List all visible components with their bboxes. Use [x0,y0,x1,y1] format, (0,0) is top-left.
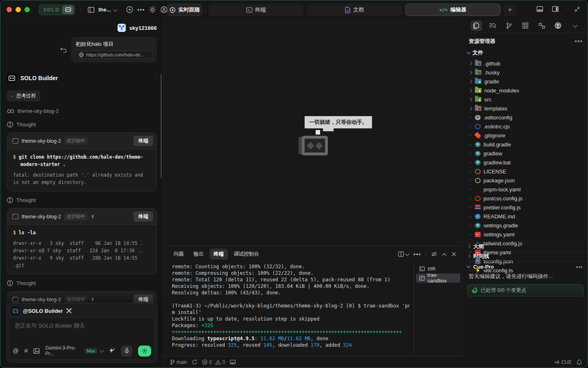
tab-label: 编辑器 [450,6,466,13]
project-switcher[interactable]: the... [98,7,116,13]
tab-editor[interactable]: </> 编辑器 [405,4,501,16]
settings-gear-icon[interactable] [147,4,158,15]
panel-settings-icon[interactable] [431,251,437,257]
cue-pro-header[interactable]: Cue-Pro ••• [462,261,588,272]
undo-icon[interactable] [60,47,67,53]
notifications-bell-icon[interactable] [577,359,582,365]
user-row: sky121666 [7,24,157,32]
tab-docs[interactable]: 文档 [307,4,402,16]
more-options-icon[interactable]: ••• [135,4,147,15]
open-terminal-button[interactable]: 终端 [134,211,153,222]
maximize-panel-icon[interactable] [442,253,447,256]
terminal-line: m install' [172,309,410,316]
user-message-card[interactable]: 初始化halo 项目 https://github.com/halo-de... [71,37,157,63]
thought-row[interactable]: Thought [7,121,157,128]
voice-record-button[interactable] [138,346,151,357]
tree-item-prettier.config.js[interactable]: prettier.config.js [462,203,588,212]
branch-name: main [176,359,187,365]
section-outline[interactable]: 大纲 [462,241,588,251]
close-window-button[interactable] [7,7,12,12]
thinking-process-toggle[interactable]: › 思考过程 [7,90,40,101]
collapse-window-icon[interactable] [571,4,583,14]
session-trae-sandbox[interactable]: trae-sandbox [416,274,460,283]
chevron-down-icon[interactable] [569,20,580,31]
tree-item-.eslintrc.cjs[interactable]: .eslintrc.cjs [462,122,588,131]
source-control-icon[interactable] [503,20,515,31]
repo-link-row[interactable]: theme-sky-blog-2 [7,108,157,114]
model-selector[interactable]: Gemini-3-Pro-Pr... Max [45,345,103,357]
tab-output[interactable]: 输出 [189,249,208,260]
new-chat-icon[interactable] [124,4,135,15]
layout-panel-icon[interactable] [85,4,97,15]
tree-item-LICENSE[interactable]: LICENSE [462,167,588,176]
mic-button[interactable] [121,346,133,357]
open-terminal-button[interactable]: 终端 [134,136,153,146]
section-timeline[interactable]: 时间线 [462,251,588,261]
add-tab-button[interactable]: + [503,4,517,16]
git-branch-status[interactable]: main [170,359,187,365]
tree-item-.github[interactable]: .github [462,59,588,68]
panel-more-icon[interactable]: ••• [413,251,421,258]
tree-item-gradlew.bat[interactable]: Ggradlew.bat [462,158,588,167]
code-icon: </> [439,7,448,13]
tree-item-pnpm-lock.yaml[interactable]: pnpm-lock.yaml [462,185,588,194]
terminal-output[interactable]: remote: Counting objects: 100% (32/32), … [172,263,410,355]
editor-layout-status-icon[interactable] [230,360,236,364]
tree-item-node_modules[interactable]: node_modules [462,86,588,95]
thought-row[interactable]: Thought [7,280,157,286]
cue-status[interactable]: CUE [554,359,572,365]
image-icon[interactable] [33,348,40,354]
tab-problems[interactable]: 问题 [169,249,188,260]
chat-scrollbar[interactable] [160,74,162,178]
terminal-card-title: theme-sky-blog-2 [22,138,61,144]
references-icon[interactable] [536,20,548,31]
hash-icon[interactable]: # [24,348,28,354]
message-link-pill[interactable]: https://github.com/halo-de... [76,51,152,59]
tree-item-README.md[interactable]: iREADME.md [462,212,588,221]
tree-item-gradlew[interactable]: Ggradlew [462,149,588,158]
sync-status[interactable] [192,359,197,365]
tree-root-files[interactable]: 文件 [462,48,588,59]
sort-icon[interactable] [91,215,94,218]
problems-status[interactable]: 0 0 [202,359,225,365]
zoom-window-button[interactable] [24,7,30,12]
thought-row[interactable]: Thought [7,197,157,203]
search-icon[interactable] [487,20,499,31]
cue-status-bar[interactable]: 已处理 0/0 个变更点 [467,284,584,296]
cue-more-icon[interactable]: ••• [576,264,583,270]
tree-item-.editorconfig[interactable]: E.editorconfig [462,113,588,122]
close-panel-icon[interactable] [452,252,456,256]
file-marker [468,117,472,118]
chat-textarea[interactable]: 您正在与 SOLO Builder 聊天 @ # Gemini-3-Pro-Pr… [9,317,155,360]
tools-icon[interactable] [66,308,72,314]
tree-item-settings.gradle[interactable]: Gsettings.gradle [462,221,588,230]
github-icon[interactable] [552,20,564,31]
tab-terminal[interactable]: 终端 [209,249,228,260]
tree-item-.gitignore[interactable]: .gitignore [462,131,588,140]
session-zsh[interactable]: zsh [416,264,460,273]
sort-icon[interactable] [91,298,94,301]
tree-item-src[interactable]: src [462,95,588,104]
tree-item-gradle[interactable]: gradle [462,77,588,86]
minimize-window-button[interactable] [16,7,21,12]
tab-terminal[interactable]: 终端 [208,4,304,16]
sparkle-icon[interactable] [109,348,115,354]
explorer-files-icon[interactable] [471,20,482,31]
globe-icon [79,52,84,57]
tree-item-settings.yaml[interactable]: settings.yaml [462,230,588,239]
tree-item-.husky[interactable]: .husky [462,68,588,77]
solo-mode-toggle[interactable]: SOLO [39,4,75,15]
toggle-bottom-panel-icon[interactable] [534,4,546,14]
tree-item-postcss.config.js[interactable]: postcss.config.js [462,194,588,203]
explorer-more-icon[interactable]: ••• [575,38,583,45]
file-icon: G [475,160,481,165]
tree-item-templates[interactable]: templates [462,104,588,113]
extensions-icon[interactable] [520,20,531,31]
mention-icon[interactable]: @ [13,348,19,354]
tree-item-package.json[interactable]: package.json [462,176,588,185]
tree-item-build.gradle[interactable]: Gbuild.gradle [462,140,588,149]
tab-live-follow[interactable]: 实时跟随 [167,4,202,16]
split-terminal-icon[interactable] [398,251,408,257]
tab-debug-console[interactable]: 调试控制台 [229,249,263,260]
toggle-right-panel-icon[interactable] [550,4,561,14]
